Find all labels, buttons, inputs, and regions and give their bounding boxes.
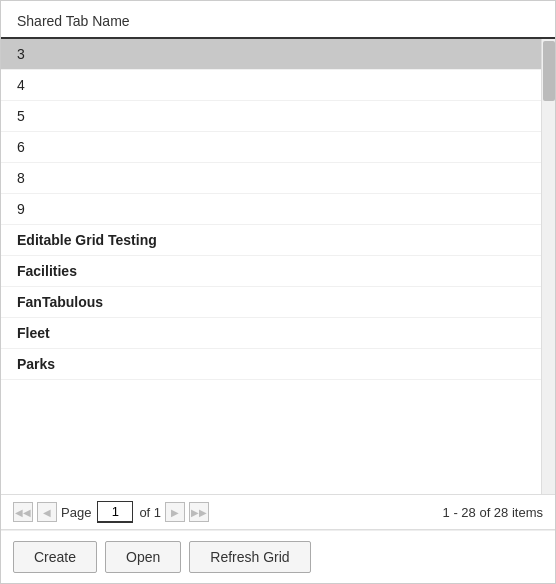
list-item[interactable]: Facilities (1, 256, 541, 287)
list-item[interactable]: Parks (1, 349, 541, 380)
open-button[interactable]: Open (105, 541, 181, 573)
page-label: Page (61, 505, 91, 520)
scrollbar-track (541, 39, 555, 494)
prev-page-button[interactable]: ◀ (37, 502, 57, 522)
dialog-container: Shared Tab Name 345689Editable Grid Test… (0, 0, 556, 584)
first-page-button[interactable]: ◀◀ (13, 502, 33, 522)
pagination-left: ◀◀ ◀ Page of 1 ▶ ▶▶ (13, 501, 209, 523)
page-input[interactable] (97, 501, 133, 523)
list-item[interactable]: 5 (1, 101, 541, 132)
list-item[interactable]: FanTabulous (1, 287, 541, 318)
refresh-grid-button[interactable]: Refresh Grid (189, 541, 310, 573)
pagination-summary: 1 - 28 of 28 items (443, 505, 543, 520)
list-item[interactable]: 3 (1, 39, 541, 70)
list-item[interactable]: Fleet (1, 318, 541, 349)
list-item[interactable]: 4 (1, 70, 541, 101)
header-section: Shared Tab Name (1, 1, 555, 39)
list-item[interactable]: 9 (1, 194, 541, 225)
next-page-button[interactable]: ▶ (165, 502, 185, 522)
scrollbar-thumb (543, 41, 555, 101)
create-button[interactable]: Create (13, 541, 97, 573)
header-title: Shared Tab Name (17, 13, 130, 29)
footer-buttons: Create Open Refresh Grid (1, 530, 555, 583)
list-item[interactable]: Editable Grid Testing (1, 225, 541, 256)
grid-wrapper: 345689Editable Grid TestingFacilitiesFan… (1, 39, 555, 494)
of-label: of 1 (139, 505, 161, 520)
list-item[interactable]: 8 (1, 163, 541, 194)
pagination-bar: ◀◀ ◀ Page of 1 ▶ ▶▶ 1 - 28 of 28 items (1, 494, 555, 530)
last-page-button[interactable]: ▶▶ (189, 502, 209, 522)
grid-list[interactable]: 345689Editable Grid TestingFacilitiesFan… (1, 39, 541, 494)
list-item[interactable]: 6 (1, 132, 541, 163)
